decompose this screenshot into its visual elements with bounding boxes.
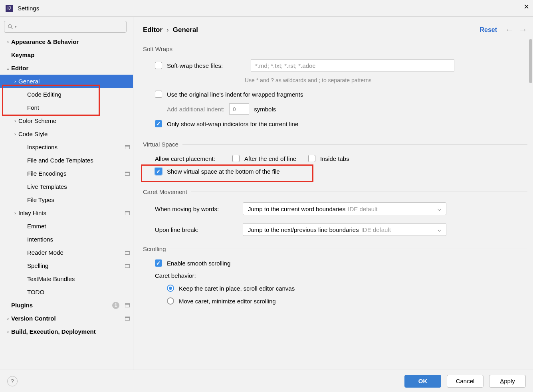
sidebar-item-label: File Types — [27, 196, 130, 203]
sidebar-item-general[interactable]: ›General — [0, 75, 133, 88]
sidebar-item-version-control[interactable]: ›Version Control — [0, 312, 133, 325]
sidebar-item-intentions[interactable]: ›Intentions — [0, 233, 133, 246]
input-additional-indent[interactable] — [229, 103, 249, 115]
help-icon[interactable]: ? — [7, 376, 18, 386]
cancel-button[interactable]: Cancel — [447, 375, 483, 388]
section-scrolling: Scrolling — [143, 245, 527, 252]
sidebar-item-label: Version Control — [11, 315, 123, 322]
nav-back-icon[interactable]: ← — [505, 25, 514, 35]
chevron-right-icon: › — [12, 79, 18, 84]
sidebar-item-label: Inlay Hints — [18, 210, 123, 216]
section-title-label: Scrolling — [143, 245, 166, 252]
breadcrumb-root[interactable]: Editor — [143, 26, 162, 34]
sidebar-item-appearance-behavior[interactable]: ›Appearance & Behavior — [0, 35, 133, 48]
sidebar-item-live-templates[interactable]: ›Live Templates — [0, 180, 133, 193]
sidebar-item-label: Code Style — [18, 131, 130, 137]
sidebar-item-file-and-code-templates[interactable]: ›File and Code Templates — [0, 154, 133, 167]
checkbox-inside-tabs[interactable] — [308, 155, 315, 162]
label-symbols: symbols — [254, 106, 276, 113]
chevron-right-icon: › — [5, 39, 11, 45]
ok-button[interactable]: OK — [404, 375, 441, 388]
sidebar-item-label: File and Code Templates — [27, 157, 130, 164]
checkbox-show-virtual-space[interactable]: ✓ — [155, 168, 162, 175]
label-smooth-scrolling: Enable smooth scrolling — [167, 260, 230, 267]
sidebar-item-font[interactable]: ›Font — [0, 101, 133, 114]
checkbox-only-current-line[interactable]: ✓ — [155, 120, 162, 127]
chevron-down-icon: ⌄ — [5, 65, 11, 71]
sidebar-item-spelling[interactable]: ›Spelling — [0, 259, 133, 272]
input-softwrap-patterns[interactable] — [251, 59, 454, 71]
sidebar-item-file-encodings[interactable]: ›File Encodings — [0, 167, 133, 180]
scrollbar-thumb[interactable] — [529, 39, 532, 83]
section-soft-wraps: Soft Wraps — [143, 46, 527, 52]
dropdown-subvalue: IDE default — [361, 226, 391, 233]
sidebar-item-plugins[interactable]: ›Plugins1 — [0, 299, 133, 312]
app-icon: IJ — [6, 5, 13, 12]
hint-wildcards: Use * and ? as wildcards and ; to separa… — [245, 77, 527, 83]
label-inside-tabs: Inside tabs — [320, 155, 349, 162]
scope-icon — [125, 211, 130, 215]
dropdown-subvalue: IDE default — [348, 206, 377, 212]
sidebar-item-label: Editor — [11, 65, 130, 71]
sidebar-item-editor[interactable]: ⌄Editor — [0, 61, 133, 75]
sidebar-item-emmet[interactable]: ›Emmet — [0, 220, 133, 233]
settings-tree[interactable]: ›Appearance & Behavior›Keymap⌄Editor›Gen… — [0, 35, 133, 370]
sidebar-item-label: Keymap — [11, 51, 130, 58]
sidebar-item-label: Emmet — [27, 223, 130, 230]
sidebar-item-code-style[interactable]: ›Code Style — [0, 127, 133, 141]
svg-point-0 — [8, 25, 12, 28]
checkbox-softwrap-files[interactable] — [155, 62, 162, 69]
sidebar-item-build-execution-deployment[interactable]: ›Build, Execution, Deployment — [0, 325, 133, 338]
content-panel: Editor › General Reset ← → Soft Wraps So… — [133, 17, 533, 370]
window-title: Settings — [18, 5, 39, 12]
label-caret-behavior: Caret behavior: — [155, 272, 196, 279]
chevron-right-icon: › — [12, 118, 18, 124]
sidebar: ▾ ›Appearance & Behavior›Keymap⌄Editor›G… — [0, 17, 133, 370]
chevron-right-icon: › — [12, 131, 18, 137]
radio-move-caret[interactable] — [167, 297, 174, 305]
scrollbar[interactable] — [528, 17, 533, 370]
sidebar-item-file-types[interactable]: ›File Types — [0, 193, 133, 206]
sidebar-item-label: Intentions — [27, 236, 130, 243]
label-after-eol: After the end of line — [244, 155, 296, 162]
search-icon — [8, 24, 13, 30]
dropdown-value: Jump to the current word boundaries — [248, 206, 345, 212]
scope-icon — [125, 317, 130, 321]
sidebar-item-reader-mode[interactable]: ›Reader Mode — [0, 246, 133, 259]
label-show-virtual-space: Show virtual space at the bottom of the … — [167, 168, 280, 175]
label-moving-words: When moving by words: — [155, 206, 243, 212]
radio-keep-caret[interactable] — [167, 285, 174, 292]
dropdown-moving-words[interactable]: Jump to the current word boundaries IDE … — [243, 202, 446, 215]
sidebar-item-inspections[interactable]: ›Inspections — [0, 141, 133, 154]
checkbox-original-indent[interactable] — [155, 91, 162, 98]
apply-button[interactable]: Apply — [489, 375, 526, 388]
footer: ? OK Cancel Apply — [0, 370, 533, 392]
reset-link[interactable]: Reset — [480, 26, 497, 34]
nav-forward-icon[interactable]: → — [519, 25, 527, 35]
sidebar-item-label: Appearance & Behavior — [11, 38, 130, 45]
chevron-down-icon: ⌵ — [438, 226, 441, 233]
label-keep-caret: Keep the caret in place, scroll editor c… — [179, 285, 295, 292]
sidebar-item-keymap[interactable]: ›Keymap — [0, 48, 133, 61]
sidebar-item-label: Font — [27, 104, 130, 111]
sidebar-item-inlay-hints[interactable]: ›Inlay Hints — [0, 206, 133, 220]
sidebar-item-label: Reader Mode — [27, 249, 123, 256]
search-input[interactable]: ▾ — [4, 21, 127, 33]
sidebar-item-code-editing[interactable]: ›Code Editing — [0, 88, 133, 101]
checkbox-after-eol[interactable] — [232, 155, 240, 162]
dropdown-caret-icon: ▾ — [15, 25, 17, 29]
sidebar-item-todo[interactable]: ›TODO — [0, 285, 133, 299]
section-title-label: Virtual Space — [143, 141, 178, 148]
checkbox-smooth-scrolling[interactable]: ✓ — [155, 259, 162, 267]
dropdown-line-break[interactable]: Jump to the next/previous line boundarie… — [243, 223, 446, 236]
sidebar-item-color-scheme[interactable]: ›Color Scheme — [0, 114, 133, 127]
scope-icon — [125, 264, 130, 268]
close-icon[interactable]: × — [524, 2, 529, 11]
scope-icon — [125, 172, 130, 176]
label-only-current-line: Only show soft-wrap indicators for the c… — [167, 121, 298, 127]
sidebar-item-textmate-bundles[interactable]: ›TextMate Bundles — [0, 272, 133, 285]
sidebar-item-label: TODO — [27, 289, 130, 295]
sidebar-item-label: Build, Execution, Deployment — [11, 328, 130, 335]
label-original-indent: Use the original line's indent for wrapp… — [167, 91, 303, 98]
chevron-down-icon: ⌵ — [438, 205, 441, 212]
